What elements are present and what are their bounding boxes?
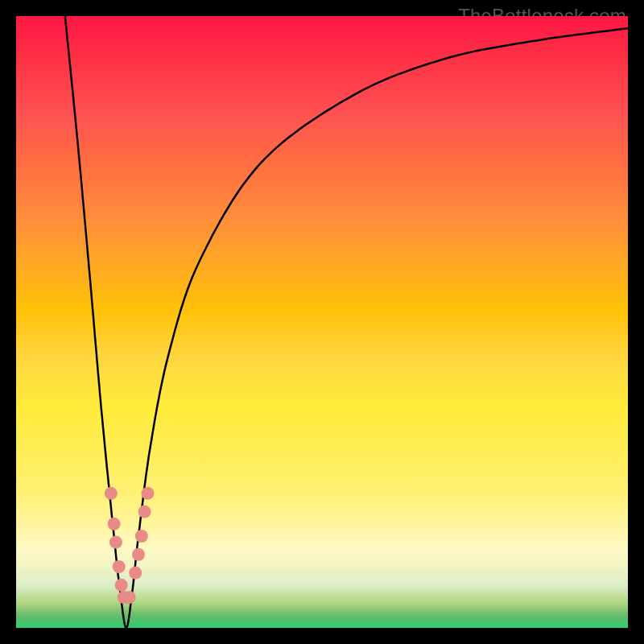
marker-dot bbox=[113, 560, 126, 573]
chart-container: TheBottleneck.com bbox=[0, 0, 644, 644]
marker-dot bbox=[138, 506, 151, 518]
marker-dot bbox=[129, 567, 142, 580]
data-markers bbox=[105, 487, 155, 604]
marker-dot bbox=[141, 487, 154, 500]
marker-dot bbox=[118, 591, 130, 604]
marker-dot bbox=[123, 591, 136, 604]
plot-area bbox=[16, 16, 628, 628]
marker-dot bbox=[135, 530, 148, 543]
curve-svg bbox=[16, 16, 628, 628]
bottleneck-curve bbox=[65, 16, 628, 628]
marker-dot bbox=[109, 536, 122, 549]
marker-dot bbox=[108, 518, 121, 530]
marker-dot bbox=[132, 548, 145, 561]
marker-dot bbox=[115, 579, 128, 592]
marker-dot bbox=[105, 487, 118, 500]
